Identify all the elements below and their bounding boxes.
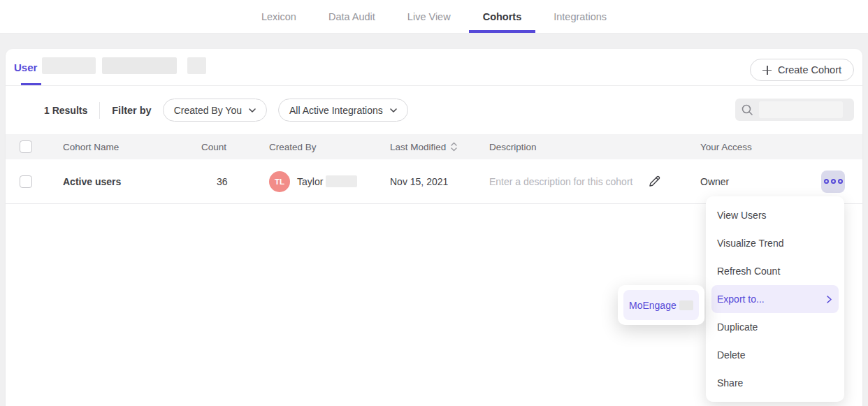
menu-item-share[interactable]: Share	[706, 369, 844, 397]
header-created-by[interactable]: Created By	[269, 142, 390, 152]
redacted-block	[187, 57, 206, 74]
created-by-filter-dropdown[interactable]: Created By You	[163, 99, 267, 122]
description-cell: Enter a description for this cohort	[489, 175, 700, 188]
menu-item-duplicate[interactable]: Duplicate	[706, 313, 844, 341]
header-checkbox-cell	[20, 140, 63, 153]
tab-label: Data Audit	[328, 11, 375, 22]
results-count: 1 Results	[44, 105, 87, 116]
menu-item-visualize-trend[interactable]: Visualize Trend	[706, 229, 844, 257]
header-cohort-name[interactable]: Cohort Name	[63, 142, 201, 152]
dropdown-label: All Active Integrations	[289, 105, 383, 116]
redacted-block	[679, 300, 693, 310]
plus-icon	[762, 66, 772, 75]
submenu-item-moengage[interactable]: MoEngage	[623, 290, 699, 320]
header-count[interactable]: Count	[201, 142, 269, 152]
header-description[interactable]: Description	[489, 142, 700, 152]
divider	[99, 102, 100, 119]
tab-label: Live View	[407, 11, 451, 22]
chevron-down-icon	[390, 108, 397, 113]
filter-toolbar: 1 Results Filter by Created By You All A…	[6, 86, 862, 134]
avatar: TL	[269, 171, 290, 192]
chevron-right-icon	[827, 296, 832, 303]
row-checkbox[interactable]	[20, 175, 32, 188]
row-checkbox-cell	[20, 175, 63, 188]
tab-label: Lexicon	[261, 11, 296, 22]
created-by-cell: TL Taylor	[269, 171, 390, 192]
header-label: Last Modified	[390, 142, 446, 152]
top-navigation: Lexicon Data Audit Live View Cohorts Int…	[0, 0, 868, 34]
edit-description-button[interactable]	[648, 175, 661, 188]
redacted-block	[102, 57, 177, 74]
tab-integrations[interactable]: Integrations	[537, 0, 623, 33]
submenu-item-label: MoEngage	[629, 300, 677, 311]
create-cohort-label: Create Cohort	[778, 64, 841, 75]
created-by-name: Taylor	[297, 176, 323, 187]
header-last-modified[interactable]: Last Modified	[390, 142, 489, 152]
cohort-name-link[interactable]: Active users	[63, 176, 121, 187]
tab-live-view[interactable]: Live View	[391, 0, 467, 33]
circle-icon	[838, 179, 843, 184]
cohort-actions-menu: View Users Visualize Trend Refresh Count…	[706, 196, 844, 402]
integrations-filter-dropdown[interactable]: All Active Integrations	[278, 99, 408, 122]
active-tab-underline	[21, 83, 41, 85]
tab-lexicon[interactable]: Lexicon	[245, 0, 312, 33]
last-modified-date: Nov 15, 2021	[390, 176, 448, 187]
dropdown-label: Created By You	[174, 105, 242, 116]
menu-item-label: Export to...	[717, 293, 765, 305]
row-actions-button[interactable]	[821, 171, 845, 193]
table-header-row: Cohort Name Count Created By Last Modifi…	[6, 134, 862, 159]
menu-item-delete[interactable]: Delete	[706, 341, 844, 369]
select-all-checkbox[interactable]	[20, 140, 32, 153]
header-your-access[interactable]: Your Access	[700, 142, 821, 152]
tab-label: Cohorts	[483, 11, 522, 22]
circle-icon	[831, 179, 836, 184]
menu-item-view-users[interactable]: View Users	[706, 201, 844, 229]
redacted-block	[42, 57, 96, 74]
access-level: Owner	[700, 176, 729, 187]
tab-cohorts[interactable]: Cohorts	[467, 0, 538, 33]
menu-item-refresh-count[interactable]: Refresh Count	[706, 257, 844, 285]
description-placeholder[interactable]: Enter a description for this cohort	[489, 176, 632, 187]
menu-item-export-to[interactable]: Export to...	[711, 285, 839, 313]
circle-icon	[824, 179, 829, 184]
tab-user[interactable]: User	[14, 49, 37, 85]
sort-icon	[451, 142, 457, 152]
redacted-block	[759, 101, 843, 118]
filter-by-label: Filter by	[112, 105, 151, 116]
pencil-icon	[648, 175, 661, 188]
export-submenu: MoEngage	[618, 285, 704, 325]
entity-tabs: User Create Cohort	[6, 49, 862, 86]
active-tab-underline	[469, 30, 536, 33]
chevron-down-icon	[249, 108, 256, 113]
redacted-block	[326, 175, 357, 187]
tab-label: Integrations	[554, 11, 607, 22]
actions-cell	[821, 171, 862, 193]
cohort-count: 36	[201, 176, 228, 187]
tab-data-audit[interactable]: Data Audit	[312, 0, 391, 33]
tab-label: User	[14, 61, 37, 73]
create-cohort-button[interactable]: Create Cohort	[750, 59, 854, 81]
search-icon	[741, 103, 753, 116]
search-input[interactable]	[735, 99, 854, 121]
